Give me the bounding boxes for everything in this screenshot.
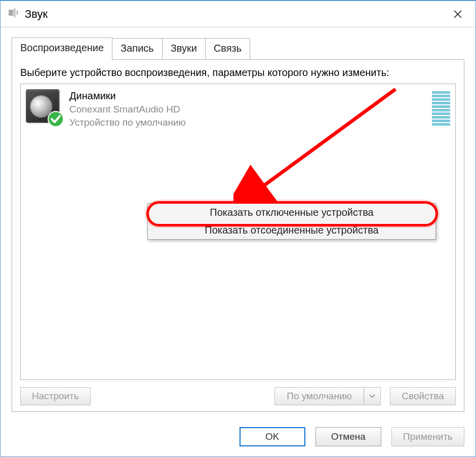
dialog-body: Воспроизведение Запись Звуки Связь Выбер… (1, 27, 475, 418)
device-text: Динамики Conexant SmartAudio HD Устройст… (69, 89, 424, 129)
device-driver: Conexant SmartAudio HD (69, 103, 424, 116)
button-label: Свойства (402, 391, 444, 402)
menu-item-label: Показать отсоединенные устройства (205, 224, 378, 236)
context-menu: Показать отключенные устройства Показать… (147, 203, 436, 240)
ok-button[interactable]: OK (240, 427, 305, 446)
tab-recording[interactable]: Запись (112, 38, 163, 59)
set-default-button[interactable]: По умолчанию (274, 387, 381, 405)
button-label: OK (265, 431, 279, 442)
svg-point-1 (48, 111, 63, 127)
cancel-button[interactable]: Отмена (315, 427, 381, 446)
default-check-icon (47, 110, 64, 128)
menu-item-show-disconnected[interactable]: Показать отсоединенные устройства (148, 221, 435, 239)
tab-panel-playback: Выберите устройство воспроизведения, пар… (12, 59, 464, 412)
device-item[interactable]: Динамики Conexant SmartAudio HD Устройст… (26, 89, 450, 129)
menu-item-show-disabled[interactable]: Показать отключенные устройства (148, 204, 435, 221)
app-icon (8, 7, 20, 21)
tab-label: Воспроизведение (20, 42, 104, 53)
tab-label: Запись (121, 43, 154, 54)
button-label: Отмена (331, 431, 366, 442)
button-label: Настроить (32, 391, 79, 402)
device-icon (26, 89, 61, 125)
button-label: Применить (403, 431, 453, 442)
device-status: Устройство по умолчанию (69, 116, 424, 129)
chevron-down-icon[interactable] (364, 394, 380, 398)
close-button[interactable] (440, 1, 475, 27)
svg-rect-0 (9, 10, 13, 16)
tab-strip: Воспроизведение Запись Звуки Связь (12, 37, 464, 59)
level-meter (432, 89, 450, 126)
tab-label: Звуки (171, 43, 197, 54)
menu-item-label: Показать отключенные устройства (210, 207, 373, 218)
titlebar: Звук (1, 1, 475, 27)
sound-dialog: Звук Воспроизведение Запись Звуки Связь … (0, 0, 476, 457)
device-name: Динамики (69, 89, 424, 103)
tab-sounds[interactable]: Звуки (162, 38, 206, 59)
tab-playback[interactable]: Воспроизведение (12, 37, 112, 60)
apply-button[interactable]: Применить (391, 427, 464, 446)
configure-button[interactable]: Настроить (20, 387, 91, 405)
tab-label: Связь (214, 43, 242, 54)
panel-button-row: Настроить По умолчанию Свойства (20, 387, 456, 405)
instruction-text: Выберите устройство воспроизведения, пар… (20, 66, 456, 80)
device-list[interactable]: Динамики Conexant SmartAudio HD Устройст… (20, 84, 456, 380)
button-label: По умолчанию (275, 388, 364, 405)
dialog-button-row: OK Отмена Применить (1, 418, 475, 456)
tab-communications[interactable]: Связь (205, 38, 250, 59)
window-title: Звук (25, 8, 435, 21)
properties-button[interactable]: Свойства (390, 387, 456, 405)
